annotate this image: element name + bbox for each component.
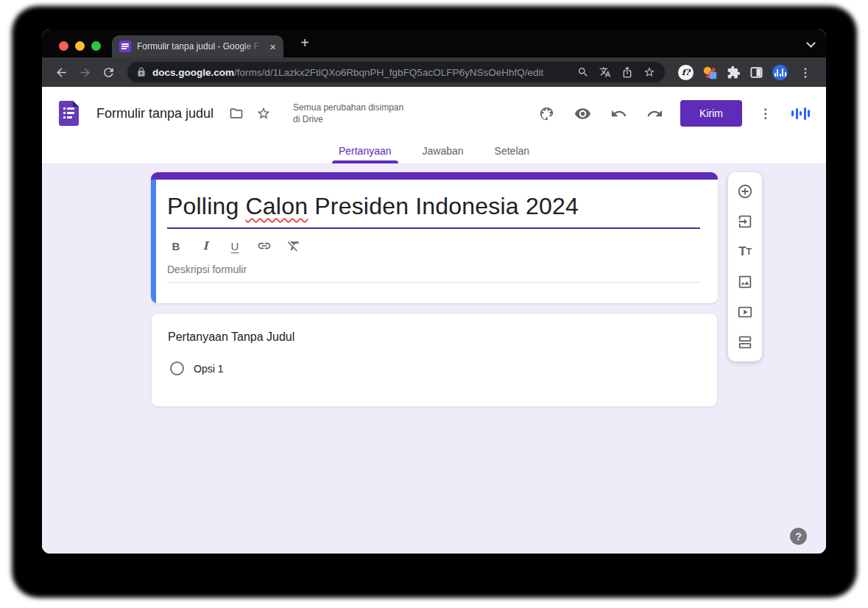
url-domain: docs.google.com <box>152 67 234 78</box>
form-editor-canvas: Polling Calon Presiden Indonesia 2024 B … <box>42 164 826 554</box>
save-status-line1: Semua perubahan disimpan <box>293 102 403 113</box>
audio-extension-icon[interactable] <box>772 65 788 80</box>
url-text: docs.google.com/forms/d/1Lazkx2FtlQXo6Rb… <box>152 67 569 78</box>
card-theme-bar <box>151 172 718 180</box>
traffic-lights <box>59 41 101 51</box>
add-section-icon[interactable] <box>736 333 754 351</box>
question-title[interactable]: Pertanyaan Tanpa Judul <box>168 330 699 344</box>
tab-title: Formulir tanpa judul - Google F <box>137 41 264 52</box>
text-format-toolbar: B I U <box>167 237 700 255</box>
forms-menu-kebab-icon[interactable]: ⋮ <box>758 106 773 121</box>
screenshot-stage: Formulir tanpa judul - Google F × + docs… <box>0 0 868 608</box>
underline-button[interactable]: U <box>226 237 244 255</box>
forms-nav-tabs: Pertanyaan Jawaban Setelan <box>42 140 826 164</box>
url-path: /forms/d/1Lazkx2FtlQXo6RbqnPH_fgbFQ5acOL… <box>234 67 543 78</box>
editor-side-toolbar: TT <box>728 172 762 361</box>
form-title-input[interactable]: Polling Calon Presiden Indonesia 2024 <box>167 193 700 229</box>
star-icon[interactable] <box>255 105 272 122</box>
tab-pertanyaan[interactable]: Pertanyaan <box>332 140 398 163</box>
minimize-window-button[interactable] <box>75 41 85 51</box>
document-title[interactable]: Formulir tanpa judul <box>96 106 214 121</box>
theme-palette-icon[interactable] <box>537 105 555 122</box>
add-video-icon[interactable] <box>736 303 754 321</box>
misspelled-word: Calon <box>246 193 308 219</box>
move-folder-icon[interactable] <box>227 105 245 122</box>
titlebar: Formulir tanpa judul - Google F × + <box>42 29 826 57</box>
insert-link-icon[interactable] <box>255 237 273 255</box>
bold-button[interactable]: B <box>167 237 185 255</box>
send-button[interactable]: Kirim <box>680 100 742 127</box>
save-status: Semua perubahan disimpan di Drive <box>293 102 403 125</box>
import-questions-icon[interactable] <box>736 213 754 230</box>
tab-jawaban[interactable]: Jawaban <box>416 140 470 163</box>
extensions-puzzle-icon[interactable] <box>727 66 741 79</box>
tab-search-chevron-icon[interactable] <box>806 38 816 48</box>
audio-bars-icon <box>791 106 810 121</box>
close-window-button[interactable] <box>59 41 68 51</box>
form-title-card[interactable]: Polling Calon Presiden Indonesia 2024 B … <box>151 172 718 303</box>
extensions-row: f? ⋮ <box>672 65 817 80</box>
zoom-window-button[interactable] <box>91 41 101 51</box>
clear-formatting-icon[interactable] <box>285 237 303 255</box>
radio-icon[interactable] <box>170 361 184 375</box>
tab-setelan[interactable]: Setelan <box>488 140 536 163</box>
new-tab-button[interactable]: + <box>295 34 314 53</box>
save-status-line2: di Drive <box>293 113 403 125</box>
forms-header-actions: Kirim ⋮ <box>537 100 810 127</box>
forms-favicon-icon <box>119 40 131 52</box>
italic-button[interactable]: I <box>197 237 214 255</box>
side-panel-icon[interactable] <box>749 66 763 79</box>
redo-icon[interactable] <box>646 105 663 122</box>
browser-toolbar: docs.google.com/forms/d/1Lazkx2FtlQXo6Rb… <box>42 57 826 87</box>
browser-tab[interactable]: Formulir tanpa judul - Google F × <box>112 35 283 57</box>
form-description-placeholder[interactable]: Deskripsi formulir <box>167 264 700 283</box>
share-icon[interactable] <box>619 64 635 80</box>
browser-window: Formulir tanpa judul - Google F × + docs… <box>42 29 826 554</box>
preview-eye-icon[interactable] <box>574 105 591 122</box>
lock-icon <box>136 67 147 77</box>
add-title-description-icon[interactable]: TT <box>736 243 754 261</box>
card-selected-indicator: Polling Calon Presiden Indonesia 2024 B … <box>151 180 718 303</box>
url-bar[interactable]: docs.google.com/forms/d/1Lazkx2FtlQXo6Rb… <box>127 62 665 82</box>
forms-logo-icon[interactable] <box>59 101 79 126</box>
question-option-row[interactable]: Opsi 1 <box>168 361 699 375</box>
tab-close-icon[interactable]: × <box>269 41 276 52</box>
paint-extension-icon[interactable] <box>702 65 718 80</box>
browser-menu-kebab-icon[interactable]: ⋮ <box>797 66 814 79</box>
reload-icon[interactable] <box>98 62 119 82</box>
question-card[interactable]: Pertanyaan Tanpa Judul Opsi 1 <box>151 313 718 407</box>
back-icon[interactable] <box>51 62 71 82</box>
translate-icon[interactable] <box>597 64 613 80</box>
add-question-icon[interactable] <box>736 183 754 200</box>
f-extension-icon[interactable]: f? <box>678 65 694 80</box>
bookmark-star-icon[interactable] <box>641 64 657 80</box>
help-button[interactable]: ? <box>790 528 807 545</box>
forward-icon[interactable] <box>74 62 95 82</box>
option-label[interactable]: Opsi 1 <box>194 363 223 375</box>
search-icon[interactable] <box>575 64 591 80</box>
undo-icon[interactable] <box>610 105 627 122</box>
add-image-icon[interactable] <box>736 273 754 291</box>
forms-header: Formulir tanpa judul Semua perubahan dis… <box>42 87 826 140</box>
